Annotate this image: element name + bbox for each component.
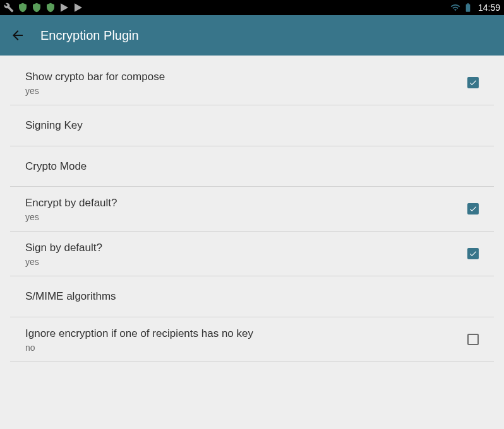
status-right-icons: 14:59	[450, 3, 500, 13]
setting-value: yes	[25, 257, 467, 267]
back-button[interactable]	[10, 28, 25, 43]
setting-title: Signing Key	[25, 114, 479, 137]
shield-icon	[18, 3, 28, 13]
setting-encrypt-default[interactable]: Encrypt by default? yes	[10, 187, 494, 232]
arrow-back-icon	[10, 28, 25, 43]
status-time: 14:59	[478, 3, 500, 13]
setting-text: Ignore encryption if one of recipients h…	[25, 326, 467, 353]
battery-icon	[463, 3, 473, 13]
setting-title: Sign by default?	[25, 240, 467, 256]
checkbox-checked-icon[interactable]	[467, 248, 479, 259]
wrench-icon	[4, 3, 14, 13]
setting-title: Crypto Mode	[25, 155, 479, 178]
setting-text: Signing Key	[25, 114, 479, 137]
play-icon	[73, 3, 83, 13]
setting-show-crypto-bar[interactable]: Show crypto bar for compose yes	[10, 56, 494, 105]
setting-value: yes	[25, 212, 467, 222]
setting-signing-key[interactable]: Signing Key	[10, 105, 494, 146]
setting-title: Ignore encryption if one of recipients h…	[25, 326, 467, 341]
setting-text: Show crypto bar for compose yes	[25, 69, 467, 96]
status-bar: 14:59	[0, 0, 504, 15]
setting-text: S/MIME algorithms	[25, 285, 479, 308]
play-icon	[59, 3, 69, 13]
setting-text: Crypto Mode	[25, 155, 479, 178]
setting-title: S/MIME algorithms	[25, 285, 479, 308]
shield-icon	[32, 3, 42, 13]
setting-text: Encrypt by default? yes	[25, 196, 467, 222]
wifi-icon	[450, 3, 460, 13]
checkbox-checked-icon[interactable]	[467, 77, 479, 88]
setting-crypto-mode[interactable]: Crypto Mode	[10, 146, 494, 187]
setting-smime-algorithms[interactable]: S/MIME algorithms	[10, 276, 494, 317]
setting-ignore-encryption[interactable]: Ignore encryption if one of recipients h…	[10, 317, 494, 362]
checkbox-unchecked-icon[interactable]	[467, 334, 479, 345]
setting-value: yes	[25, 86, 467, 96]
setting-text: Sign by default? yes	[25, 240, 467, 267]
shield-icon	[45, 3, 56, 13]
setting-sign-default[interactable]: Sign by default? yes	[10, 232, 494, 276]
page-title: Encryption Plugin	[40, 28, 139, 43]
app-bar: Encryption Plugin	[0, 15, 504, 56]
setting-title: Show crypto bar for compose	[25, 69, 467, 85]
status-left-icons	[4, 3, 83, 13]
setting-title: Encrypt by default?	[25, 196, 467, 211]
setting-value: no	[25, 343, 467, 353]
settings-list: Show crypto bar for compose yes Signing …	[0, 56, 504, 362]
checkbox-checked-icon[interactable]	[467, 203, 479, 214]
